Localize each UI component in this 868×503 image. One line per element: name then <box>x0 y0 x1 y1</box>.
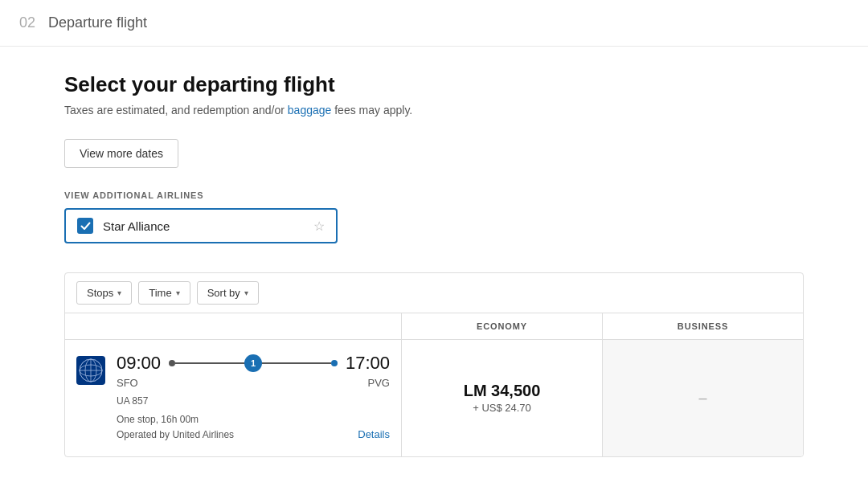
step-label: Departure flight <box>48 14 147 31</box>
flight-number: UA 857 <box>117 394 390 409</box>
stops-filter-label: Stops <box>87 287 113 299</box>
airline-logo <box>76 356 105 385</box>
stops-chevron-icon: ▾ <box>117 288 121 297</box>
departure-dot <box>169 360 175 366</box>
flight-stops-duration: One stop, 16h 00m Operated by United Air… <box>117 412 234 443</box>
details-link[interactable]: Details <box>358 427 390 444</box>
stops-filter-button[interactable]: Stops ▾ <box>76 281 132 305</box>
flight-times: 09:00 1 17:00 <box>117 353 390 374</box>
subtitle-suffix: fees may apply. <box>331 104 412 117</box>
main-content: Select your departing flight Taxes are e… <box>0 47 868 483</box>
sort-chevron-icon: ▾ <box>244 288 248 297</box>
economy-column-header: ECONOMY <box>401 313 602 339</box>
departure-time: 09:00 <box>117 353 161 374</box>
time-filter-button[interactable]: Time ▾ <box>138 281 190 305</box>
page-title: Select your departing flight <box>64 72 804 97</box>
subtitle-prefix: Taxes are estimated, and redemption and/… <box>64 104 288 117</box>
economy-price-cell[interactable]: LM 34,500 + US$ 24.70 <box>401 340 602 456</box>
breadcrumb: 02 Departure flight <box>0 0 868 47</box>
step-number: 02 <box>19 14 35 31</box>
operated-by-text: Operated by United Airlines <box>117 427 234 443</box>
united-airlines-logo-svg <box>76 356 105 385</box>
star-alliance-checkbox-row[interactable]: Star Alliance ☆ <box>64 208 338 243</box>
stop-count-badge: 1 <box>244 354 262 372</box>
economy-usd-price: + US$ 24.70 <box>473 402 531 414</box>
origin-code: SFO <box>117 377 141 389</box>
flight-meta-bottom: One stop, 16h 00m Operated by United Air… <box>117 412 390 443</box>
star-alliance-label: Star Alliance <box>103 219 304 233</box>
flights-table: Stops ▾ Time ▾ Sort by ▾ ECONOMY BUSINES… <box>64 272 804 457</box>
view-more-dates-button[interactable]: View more dates <box>64 139 178 168</box>
table-row: 09:00 1 17:00 <box>65 340 803 456</box>
star-alliance-checkbox[interactable] <box>77 218 93 234</box>
arrival-time: 17:00 <box>346 353 390 374</box>
airports-row: SFO PVG <box>117 377 390 389</box>
time-chevron-icon: ▾ <box>176 288 180 297</box>
flight-details: 09:00 1 17:00 <box>117 353 390 444</box>
business-unavailable: – <box>698 390 706 407</box>
flight-path-line: 1 <box>175 362 331 364</box>
economy-miles-price: LM 34,500 <box>464 382 541 400</box>
sort-filter-button[interactable]: Sort by ▾ <box>197 281 259 305</box>
subtitle: Taxes are estimated, and redemption and/… <box>64 104 804 117</box>
time-filter-label: Time <box>149 287 171 299</box>
page-wrapper: 02 Departure flight Select your departin… <box>0 0 868 503</box>
favorite-star-icon[interactable]: ☆ <box>313 219 325 234</box>
business-column-header: BUSINESS <box>602 313 803 339</box>
flight-column-header <box>65 313 401 339</box>
flight-meta: UA 857 One stop, 16h 00m Operated by Uni… <box>117 394 390 444</box>
baggage-link[interactable]: baggage <box>288 104 332 117</box>
column-headers: ECONOMY BUSINESS <box>65 313 803 340</box>
checkmark-icon <box>80 221 91 231</box>
filter-bar: Stops ▾ Time ▾ Sort by ▾ <box>65 273 803 313</box>
sort-filter-label: Sort by <box>207 287 240 299</box>
arrival-dot <box>331 360 338 366</box>
flight-info-cell: 09:00 1 17:00 <box>65 340 401 456</box>
airlines-section-label: VIEW ADDITIONAL AIRLINES <box>64 190 804 200</box>
stops-duration-text: One stop, 16h 00m <box>117 412 234 427</box>
destination-code: PVG <box>368 377 390 389</box>
business-price-cell: – <box>602 340 803 456</box>
